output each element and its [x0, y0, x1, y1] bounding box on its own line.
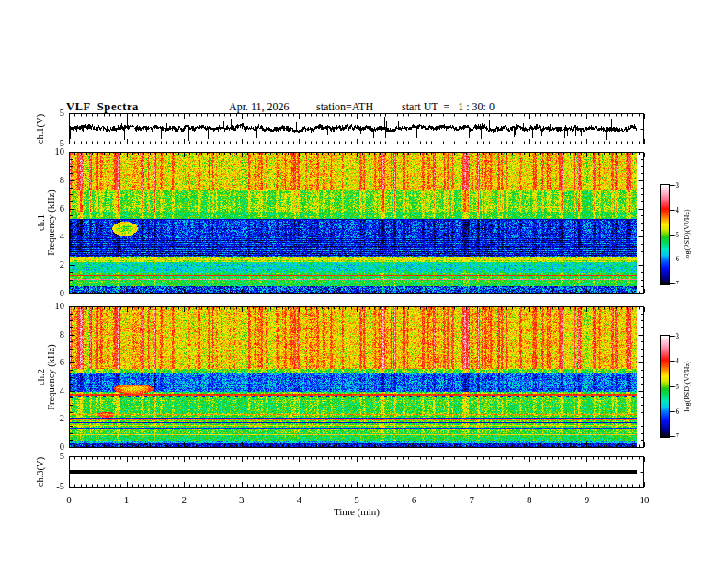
colorbar-2-label: log(PSD)(V²/Hz) [683, 361, 691, 411]
colorbar-tick-label: -7 [673, 279, 679, 288]
vlf-spectra-figure: VLF Spectra Apr. 11, 2026 station=ATH st… [0, 0, 728, 563]
freq-tick-label: 4 [40, 231, 64, 242]
ch2-frequency-axis-label: ch.2Frequency (kHz) [36, 344, 56, 409]
colorbar-tick-label: -6 [673, 254, 679, 263]
x-tick-label: 3 [232, 494, 252, 505]
colorbar-tick-label: -3 [673, 180, 679, 190]
freq-tick-label: 8 [40, 175, 64, 186]
x-tick-label: 0 [59, 494, 79, 505]
voltage-tick-label: 5 [40, 451, 64, 462]
ch1-frequency-axis-label: ch.1Frequency (kHz) [36, 190, 56, 255]
voltage-tick-label: -5 [40, 138, 64, 149]
x-tick-label: 9 [576, 494, 597, 505]
voltage-tick-label: 5 [40, 108, 64, 119]
x-tick-label: 6 [404, 494, 425, 505]
colorbar-tick-label: -5 [673, 382, 679, 391]
freq-tick-label: 2 [40, 413, 64, 424]
freq-tick-label: 6 [40, 357, 64, 368]
freq-tick-label: 8 [40, 329, 64, 340]
x-tick-label: 8 [519, 494, 540, 505]
colorbar-tick-label: -4 [673, 205, 679, 214]
x-tick-label: 4 [289, 494, 309, 505]
colorbar-tick-label: -7 [673, 431, 679, 441]
voltage-tick-label: -5 [40, 481, 64, 492]
x-tick-label: 5 [347, 494, 367, 505]
time-axis-label: Time (min) [301, 506, 412, 517]
x-tick-label: 2 [174, 494, 194, 505]
freq-tick-label: 6 [40, 203, 64, 214]
x-tick-label: 10 [634, 494, 654, 505]
x-tick-label: 7 [461, 494, 482, 505]
freq-tick-label: 0 [40, 288, 64, 299]
freq-tick-label: 10 [40, 301, 64, 312]
freq-tick-label: 4 [40, 385, 64, 396]
colorbar-tick-label: -3 [673, 331, 679, 340]
colorbar-tick-label: -6 [673, 407, 679, 416]
axes-overlay [0, 0, 728, 563]
colorbar-tick-label: -5 [673, 230, 679, 239]
freq-tick-label: 2 [40, 259, 64, 270]
colorbar-tick-label: -4 [673, 356, 679, 365]
x-tick-label: 1 [117, 494, 137, 505]
colorbar-1-label: log(PSD)(V²/Hz) [683, 209, 691, 259]
